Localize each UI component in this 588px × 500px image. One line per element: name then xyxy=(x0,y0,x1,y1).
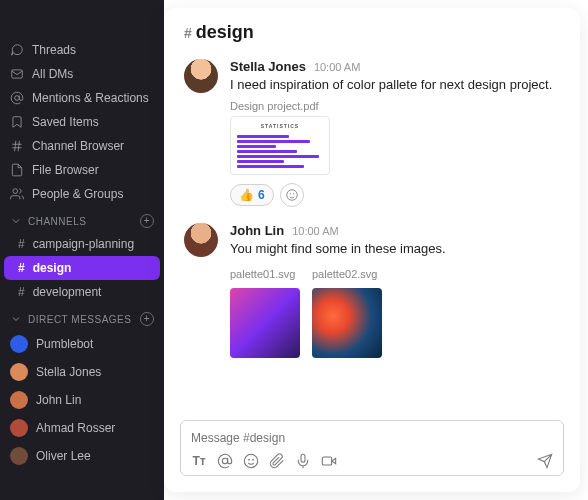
mentions-icon xyxy=(10,91,24,105)
nav-label: People & Groups xyxy=(32,187,123,201)
nav-label: Channel Browser xyxy=(32,139,124,153)
dms-icon xyxy=(10,67,24,81)
message: Stella Jones 10:00 AM I need inspiration… xyxy=(184,51,560,215)
channels-icon xyxy=(10,139,24,153)
svg-point-1 xyxy=(15,96,20,101)
channel-title: design xyxy=(196,22,254,43)
reaction-count: 6 xyxy=(258,188,265,202)
svg-point-4 xyxy=(290,194,291,195)
message-text: You might find some in these images. xyxy=(230,240,560,258)
nav-threads[interactable]: Threads xyxy=(0,38,164,62)
attach-button[interactable] xyxy=(269,453,285,469)
dm-label: Ahmad Rosser xyxy=(36,421,115,435)
svg-point-8 xyxy=(249,459,250,460)
dm-ahmad-rosser[interactable]: Ahmad Rosser xyxy=(0,414,164,442)
add-dm-button[interactable]: + xyxy=(140,312,154,326)
channel-label: design xyxy=(33,261,72,275)
pdf-attachment-preview[interactable]: STATISTICS xyxy=(230,116,330,175)
pdf-chart xyxy=(237,135,323,168)
nav-saved[interactable]: Saved Items xyxy=(0,110,164,134)
nav-label: All DMs xyxy=(32,67,73,81)
svg-point-5 xyxy=(293,194,294,195)
avatar xyxy=(10,363,28,381)
message-composer[interactable]: Tт xyxy=(180,420,564,476)
attachment-filename[interactable]: palette01.svg xyxy=(230,268,300,280)
dm-label: Pumblebot xyxy=(36,337,93,351)
chevron-down-icon xyxy=(10,313,22,325)
svg-rect-11 xyxy=(322,457,331,465)
send-button[interactable] xyxy=(537,453,553,469)
nav-label: Threads xyxy=(32,43,76,57)
attachment-filename[interactable]: Design project.pdf xyxy=(230,100,560,112)
dm-header-label: DIRECT MESSAGES xyxy=(28,314,131,325)
svg-point-2 xyxy=(13,189,18,194)
mention-button[interactable] xyxy=(217,453,233,469)
message-text: I need inspiration of color pallete for … xyxy=(230,76,560,94)
dm-pumblebot[interactable]: Pumblebot xyxy=(0,330,164,358)
dm-label: Oliver Lee xyxy=(36,449,91,463)
add-reaction-button[interactable] xyxy=(280,183,304,207)
avatar xyxy=(10,419,28,437)
svg-point-3 xyxy=(286,190,297,201)
dm-label: John Lin xyxy=(36,393,81,407)
channel-header[interactable]: # design xyxy=(164,8,580,51)
avatar xyxy=(10,391,28,409)
sidebar: Threads All DMs Mentions & Reactions Sav… xyxy=(0,0,164,500)
nav-label: Saved Items xyxy=(32,115,99,129)
channel-campaign-planning[interactable]: #campaign-planning xyxy=(4,232,160,256)
channel-label: campaign-planning xyxy=(33,237,134,251)
message-list: Stella Jones 10:00 AM I need inspiration… xyxy=(164,51,580,412)
avatar xyxy=(10,447,28,465)
svg-rect-10 xyxy=(301,454,305,462)
channels-section-header[interactable]: CHANNELS + xyxy=(0,206,164,232)
attachment-filename[interactable]: palette02.svg xyxy=(312,268,382,280)
video-button[interactable] xyxy=(321,453,337,469)
nav-mentions[interactable]: Mentions & Reactions xyxy=(0,86,164,110)
pdf-title: STATISTICS xyxy=(261,123,299,129)
channel-label: development xyxy=(33,285,102,299)
people-icon xyxy=(10,187,24,201)
dm-stella-jones[interactable]: Stella Jones xyxy=(0,358,164,386)
nav-people[interactable]: People & Groups xyxy=(0,182,164,206)
chevron-down-icon xyxy=(10,215,22,227)
nav-channel-browser[interactable]: Channel Browser xyxy=(0,134,164,158)
message-time: 10:00 AM xyxy=(314,61,360,73)
channel-development[interactable]: #development xyxy=(4,280,160,304)
avatar[interactable] xyxy=(184,223,218,257)
reaction-thumbsup[interactable]: 👍 6 xyxy=(230,184,274,206)
message: John Lin 10:00 AM You might find some in… xyxy=(184,215,560,366)
nav-label: File Browser xyxy=(32,163,99,177)
avatar[interactable] xyxy=(184,59,218,93)
nav-file-browser[interactable]: File Browser xyxy=(0,158,164,182)
message-time: 10:00 AM xyxy=(292,225,338,237)
dm-section-header[interactable]: DIRECT MESSAGES + xyxy=(0,304,164,330)
message-input[interactable] xyxy=(191,427,553,449)
avatar xyxy=(10,335,28,353)
mic-button[interactable] xyxy=(295,453,311,469)
dm-oliver-lee[interactable]: Oliver Lee xyxy=(0,442,164,470)
composer-toolbar: Tт xyxy=(191,453,553,469)
hash-icon: # xyxy=(18,285,25,299)
svg-point-9 xyxy=(253,459,254,460)
reactions: 👍 6 xyxy=(230,183,560,207)
hash-icon: # xyxy=(184,25,192,41)
message-author[interactable]: Stella Jones xyxy=(230,59,306,74)
formatting-button[interactable]: Tт xyxy=(191,453,207,469)
emoji-button[interactable] xyxy=(243,453,259,469)
message-author[interactable]: John Lin xyxy=(230,223,284,238)
dm-john-lin[interactable]: John Lin xyxy=(0,386,164,414)
hash-icon: # xyxy=(18,261,25,275)
threads-icon xyxy=(10,43,24,57)
dm-label: Stella Jones xyxy=(36,365,101,379)
channels-header-label: CHANNELS xyxy=(28,216,86,227)
file-icon xyxy=(10,163,24,177)
svg-rect-0 xyxy=(12,70,23,78)
channel-design[interactable]: #design xyxy=(4,256,160,280)
image-attachment[interactable] xyxy=(312,288,382,358)
bookmark-icon xyxy=(10,115,24,129)
add-channel-button[interactable]: + xyxy=(140,214,154,228)
image-attachment[interactable] xyxy=(230,288,300,358)
svg-point-7 xyxy=(244,454,257,467)
nav-all-dms[interactable]: All DMs xyxy=(0,62,164,86)
thumbsup-icon: 👍 xyxy=(239,188,254,202)
